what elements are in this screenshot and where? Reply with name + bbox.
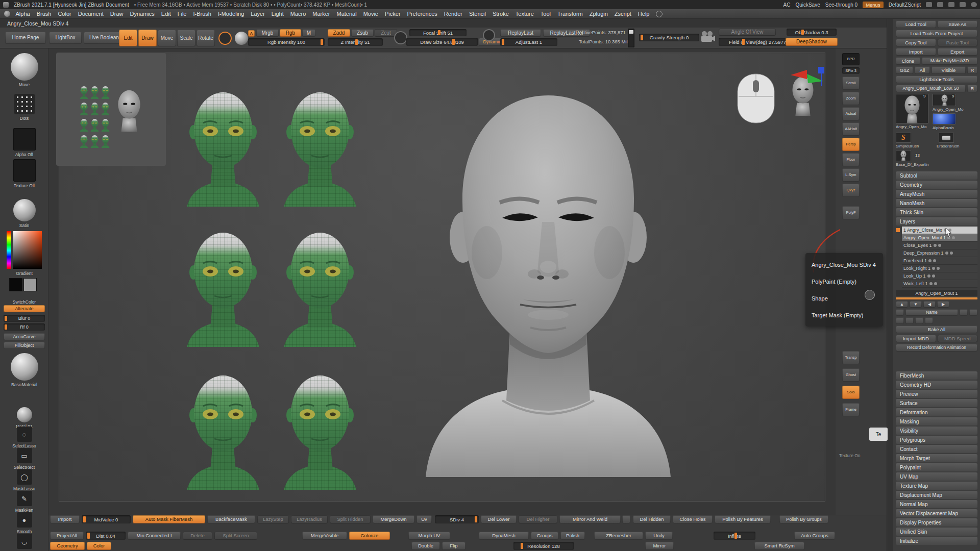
transp-button[interactable]: Transp	[842, 351, 860, 364]
adjust-last-slider[interactable]: AdjustLast 1	[500, 38, 557, 46]
copy-tool-button[interactable]: Copy Tool	[896, 39, 936, 46]
sidebar-item[interactable]: Metal 01	[0, 407, 48, 429]
min-connected-button[interactable]: Min Connected I	[128, 532, 181, 540]
menu-item[interactable]: Color	[55, 11, 75, 17]
menu-item[interactable]: Stroke	[489, 11, 512, 17]
sidebar-thumb[interactable]	[11, 53, 38, 81]
palette-section[interactable]: Visibility	[896, 427, 977, 435]
menus-button[interactable]: Menus	[863, 2, 884, 8]
palette-section[interactable]: FiberMesh	[896, 371, 977, 380]
texture-on-label[interactable]: Texture On	[839, 453, 880, 458]
palette-section[interactable]: Geometry HD	[896, 381, 977, 389]
accucurve-button[interactable]: AccuCurve	[4, 333, 45, 340]
layer-row[interactable]: Forehead 1	[902, 257, 977, 265]
zremesher-button[interactable]: ZRemesher	[594, 532, 643, 540]
projectall-button[interactable]: ProjectAll	[50, 532, 84, 540]
palette-section[interactable]: Unified Skin	[896, 528, 977, 536]
zoom-button[interactable]: Zoom	[842, 92, 860, 105]
lightbox-button[interactable]: LightBox	[49, 32, 82, 44]
load-tool-button[interactable]: Load Tool	[896, 20, 936, 28]
session-icon[interactable]	[971, 2, 977, 7]
menu-item[interactable]: Dynamics	[127, 11, 158, 17]
menu-item[interactable]: Alpha	[12, 11, 33, 17]
alternate-button[interactable]: Alternate	[4, 305, 45, 312]
grid-icon[interactable]	[937, 2, 943, 7]
layer-delete-icon[interactable]	[969, 309, 977, 316]
layer-eye-icon[interactable]	[932, 274, 935, 278]
sidebar-thumb[interactable]: ▭	[17, 448, 32, 463]
sidebar-thumb[interactable]	[14, 94, 35, 114]
popup-item[interactable]: Target Mask (Empty)	[805, 307, 883, 323]
smart-resym-button[interactable]: Smart ReSym	[754, 542, 804, 550]
see-through-slider[interactable]: See-through 0	[825, 2, 857, 8]
mergedown-button[interactable]: MergeDown	[373, 515, 414, 523]
layer-merge-icon[interactable]	[896, 317, 904, 324]
sidebar-thumb[interactable]: ✎	[17, 491, 32, 506]
layer-prev-button[interactable]: ◀	[923, 301, 936, 308]
import-button[interactable]: Import	[896, 48, 936, 56]
palette-section[interactable]: Masking	[896, 417, 977, 425]
sidebar-item[interactable]: ◌ SelectLasso	[0, 427, 48, 448]
rf-slider[interactable]: Rf 0	[4, 323, 45, 331]
layer-eye-icon[interactable]	[937, 267, 940, 270]
menu-item[interactable]: Texture	[512, 11, 537, 17]
palette-section[interactable]: Thick Skin	[896, 208, 977, 216]
morph-uv-button[interactable]: Morph UV	[408, 532, 450, 540]
delete-button[interactable]: Delete	[183, 532, 212, 540]
replay-last-button[interactable]: ReplayLast	[500, 29, 541, 37]
palette-section[interactable]: Vector Displacement Map	[896, 509, 977, 517]
gyro-icon[interactable]	[483, 29, 495, 41]
popup-item[interactable]: Angry_Close_Mou SDiv 4	[805, 256, 883, 273]
layer-row[interactable]: Look_Right 1	[902, 265, 977, 272]
sidebar-item[interactable]: ▭ SelectRect	[0, 448, 48, 470]
layer-eye-icon[interactable]	[934, 282, 937, 285]
split-hidden-button[interactable]: Split Hidden	[330, 515, 371, 523]
layout-icon[interactable]	[926, 2, 932, 7]
stroke-ring-icon[interactable]	[218, 32, 232, 45]
lsym-button[interactable]: L.Sym	[842, 168, 860, 182]
persp-button[interactable]: Persp	[842, 138, 860, 151]
export-button[interactable]: Export	[938, 48, 978, 56]
layer-eye-icon[interactable]	[933, 259, 936, 262]
selected-layer-name[interactable]: Angry_Open_Mout 1	[896, 290, 977, 296]
sidebar-item[interactable]: ◡ SmoothValleys	[0, 534, 48, 551]
layer-intensity-icon[interactable]	[934, 244, 937, 247]
palette-section[interactable]: Display Properties	[896, 518, 977, 527]
palette-section[interactable]: Preview	[896, 390, 977, 398]
sidebar-thumb[interactable]	[11, 353, 38, 381]
menu-item[interactable]: Stencil	[465, 11, 489, 17]
backface-mask-button[interactable]: BackfaceMask	[207, 515, 255, 523]
blur-slider[interactable]: Blur 0	[4, 315, 45, 322]
polish-by-features-button[interactable]: Polish By Features	[715, 515, 771, 523]
alt-color-swatch[interactable]	[23, 278, 37, 291]
m-button[interactable]: M	[302, 29, 315, 37]
auto-groups-button[interactable]: Auto Groups	[794, 532, 835, 540]
draw-size-slider[interactable]: Draw Size 64.88109	[406, 38, 478, 46]
palette-section[interactable]: Surface	[896, 399, 977, 407]
menu-item[interactable]: Brush	[33, 11, 55, 17]
palette-section[interactable]: Displacement Map	[896, 491, 977, 499]
palette-icon[interactable]	[948, 2, 954, 7]
palette-section[interactable]: Geometry	[896, 181, 977, 189]
lazystep-button[interactable]: LazyStep	[257, 515, 289, 523]
midvalue-slider[interactable]: MidValue 0	[82, 515, 131, 523]
menu-item[interactable]: Render	[440, 11, 465, 17]
lightbox-tools-button[interactable]: Lightbox►Tools	[896, 76, 977, 83]
gradient-label[interactable]: Gradient	[0, 271, 48, 276]
color-tab[interactable]: Color	[87, 542, 111, 550]
goz-r-button[interactable]: R	[967, 66, 977, 74]
live-boolean-button[interactable]: Live Boolean	[84, 32, 125, 44]
layer-eye-icon[interactable]	[938, 244, 941, 247]
unify-button[interactable]: Unify	[645, 532, 673, 540]
alphabrush-thumb[interactable]	[933, 113, 956, 124]
sidebar-thumb[interactable]: ◌	[17, 427, 32, 442]
polyframe-button[interactable]: PolyF	[842, 206, 860, 219]
frame-button[interactable]: Frame	[842, 403, 860, 416]
del-higher-button[interactable]: Del Higher	[519, 515, 557, 523]
menu-item[interactable]: I-Brush	[190, 11, 214, 17]
alpha-sphere-icon[interactable]	[235, 32, 248, 45]
layer-name-button[interactable]: Name	[905, 309, 958, 316]
saturation-square[interactable]	[13, 231, 42, 269]
sidebar-thumb[interactable]	[13, 199, 36, 221]
palette-section[interactable]: Deformation	[896, 408, 977, 416]
